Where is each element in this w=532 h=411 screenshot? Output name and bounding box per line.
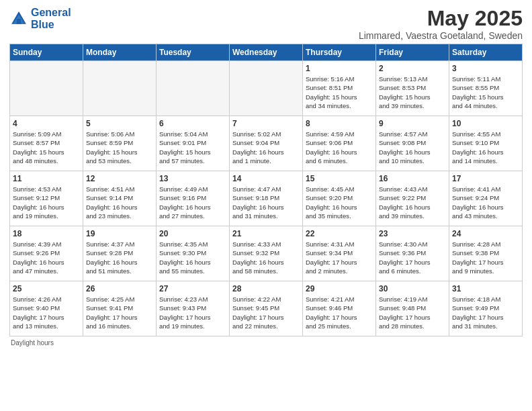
col-header-wednesday: Wednesday	[230, 44, 303, 61]
day-info: Sunrise: 4:22 AM Sunset: 9:45 PM Dayligh…	[232, 295, 300, 330]
day-info: Sunrise: 4:45 AM Sunset: 9:20 PM Dayligh…	[306, 185, 373, 220]
calendar-cell: 11Sunrise: 4:53 AM Sunset: 9:12 PM Dayli…	[10, 171, 83, 226]
day-number: 1	[306, 64, 373, 73]
calendar-cell: 17Sunrise: 4:41 AM Sunset: 9:24 PM Dayli…	[449, 171, 523, 226]
day-info: Sunrise: 4:26 AM Sunset: 9:40 PM Dayligh…	[13, 295, 80, 330]
day-number: 17	[452, 174, 519, 183]
day-number: 21	[232, 229, 300, 238]
day-info: Sunrise: 4:57 AM Sunset: 9:08 PM Dayligh…	[379, 130, 446, 165]
day-number: 28	[232, 284, 300, 293]
calendar-cell: 29Sunrise: 4:21 AM Sunset: 9:46 PM Dayli…	[303, 281, 376, 336]
calendar-cell: 3Sunrise: 5:11 AM Sunset: 8:55 PM Daylig…	[449, 61, 523, 116]
day-info: Sunrise: 4:19 AM Sunset: 9:48 PM Dayligh…	[379, 295, 446, 330]
calendar-cell: 26Sunrise: 4:25 AM Sunset: 9:41 PM Dayli…	[83, 281, 157, 336]
calendar-cell: 18Sunrise: 4:39 AM Sunset: 9:26 PM Dayli…	[10, 226, 83, 281]
calendar-cell: 19Sunrise: 4:37 AM Sunset: 9:28 PM Dayli…	[83, 226, 157, 281]
day-info: Sunrise: 5:09 AM Sunset: 8:57 PM Dayligh…	[13, 130, 80, 165]
day-number: 16	[379, 174, 446, 183]
day-info: Sunrise: 5:16 AM Sunset: 8:51 PM Dayligh…	[306, 75, 373, 110]
day-number: 20	[159, 229, 226, 238]
day-info: Sunrise: 4:30 AM Sunset: 9:36 PM Dayligh…	[379, 240, 446, 275]
day-number: 18	[13, 229, 80, 238]
day-number: 25	[13, 284, 80, 293]
col-header-sunday: Sunday	[10, 44, 83, 61]
calendar-cell: 7Sunrise: 5:02 AM Sunset: 9:04 PM Daylig…	[230, 116, 303, 171]
calendar-cell: 20Sunrise: 4:35 AM Sunset: 9:30 PM Dayli…	[157, 226, 230, 281]
calendar-week-3: 18Sunrise: 4:39 AM Sunset: 9:26 PM Dayli…	[10, 226, 523, 281]
day-info: Sunrise: 5:04 AM Sunset: 9:01 PM Dayligh…	[159, 130, 226, 165]
calendar-cell: 13Sunrise: 4:49 AM Sunset: 9:16 PM Dayli…	[157, 171, 230, 226]
logo-text: General Blue	[31, 7, 71, 30]
calendar-cell: 23Sunrise: 4:30 AM Sunset: 9:36 PM Dayli…	[376, 226, 449, 281]
day-number: 3	[452, 64, 519, 73]
calendar-cell: 2Sunrise: 5:13 AM Sunset: 8:53 PM Daylig…	[376, 61, 449, 116]
day-info: Sunrise: 4:21 AM Sunset: 9:46 PM Dayligh…	[306, 295, 373, 330]
day-number: 19	[86, 229, 153, 238]
day-info: Sunrise: 4:59 AM Sunset: 9:06 PM Dayligh…	[306, 130, 373, 165]
calendar-header: SundayMondayTuesdayWednesdayThursdayFrid…	[10, 44, 523, 61]
calendar-cell: 14Sunrise: 4:47 AM Sunset: 9:18 PM Dayli…	[230, 171, 303, 226]
header-row: SundayMondayTuesdayWednesdayThursdayFrid…	[10, 44, 523, 61]
calendar-cell: 24Sunrise: 4:28 AM Sunset: 9:38 PM Dayli…	[449, 226, 523, 281]
page-container: General Blue May 2025 Limmared, Vaestra …	[0, 0, 532, 353]
day-info: Sunrise: 5:06 AM Sunset: 8:59 PM Dayligh…	[86, 130, 153, 165]
calendar-week-1: 4Sunrise: 5:09 AM Sunset: 8:57 PM Daylig…	[10, 116, 523, 171]
calendar-cell: 12Sunrise: 4:51 AM Sunset: 9:14 PM Dayli…	[83, 171, 157, 226]
logo: General Blue	[9, 7, 71, 30]
calendar-cell: 10Sunrise: 4:55 AM Sunset: 9:10 PM Dayli…	[449, 116, 523, 171]
day-number: 31	[452, 284, 519, 293]
day-info: Sunrise: 4:37 AM Sunset: 9:28 PM Dayligh…	[86, 240, 153, 275]
day-info: Sunrise: 4:49 AM Sunset: 9:16 PM Dayligh…	[159, 185, 226, 220]
day-info: Sunrise: 4:43 AM Sunset: 9:22 PM Dayligh…	[379, 185, 446, 220]
day-number: 26	[86, 284, 153, 293]
day-info: Sunrise: 5:02 AM Sunset: 9:04 PM Dayligh…	[232, 130, 300, 165]
calendar-cell: 6Sunrise: 5:04 AM Sunset: 9:01 PM Daylig…	[157, 116, 230, 171]
day-number: 8	[306, 119, 373, 128]
col-header-friday: Friday	[376, 44, 449, 61]
calendar-subtitle: Limmared, Vaestra Goetaland, Sweden	[359, 30, 523, 41]
logo-icon	[9, 9, 28, 28]
day-number: 23	[379, 229, 446, 238]
calendar-week-0: 1Sunrise: 5:16 AM Sunset: 8:51 PM Daylig…	[10, 61, 523, 116]
calendar-cell: 25Sunrise: 4:26 AM Sunset: 9:40 PM Dayli…	[10, 281, 83, 336]
day-number: 30	[379, 284, 446, 293]
col-header-thursday: Thursday	[303, 44, 376, 61]
col-header-tuesday: Tuesday	[157, 44, 230, 61]
day-number: 12	[86, 174, 153, 183]
svg-rect-2	[17, 19, 21, 24]
day-number: 14	[232, 174, 300, 183]
day-info: Sunrise: 4:41 AM Sunset: 9:24 PM Dayligh…	[452, 185, 519, 220]
day-number: 4	[13, 119, 80, 128]
calendar-cell: 31Sunrise: 4:18 AM Sunset: 9:49 PM Dayli…	[449, 281, 523, 336]
day-number: 10	[452, 119, 519, 128]
calendar-body: 1Sunrise: 5:16 AM Sunset: 8:51 PM Daylig…	[10, 61, 523, 336]
day-number: 5	[86, 119, 153, 128]
calendar-cell	[230, 61, 303, 116]
day-number: 15	[306, 174, 373, 183]
day-info: Sunrise: 4:23 AM Sunset: 9:43 PM Dayligh…	[159, 295, 226, 330]
calendar-cell: 4Sunrise: 5:09 AM Sunset: 8:57 PM Daylig…	[10, 116, 83, 171]
day-info: Sunrise: 4:55 AM Sunset: 9:10 PM Dayligh…	[452, 130, 519, 165]
calendar-cell: 22Sunrise: 4:31 AM Sunset: 9:34 PM Dayli…	[303, 226, 376, 281]
day-info: Sunrise: 5:11 AM Sunset: 8:55 PM Dayligh…	[452, 75, 519, 110]
day-info: Sunrise: 4:18 AM Sunset: 9:49 PM Dayligh…	[452, 295, 519, 330]
col-header-monday: Monday	[83, 44, 157, 61]
calendar-table: SundayMondayTuesdayWednesdayThursdayFrid…	[9, 44, 523, 336]
day-info: Sunrise: 5:13 AM Sunset: 8:53 PM Dayligh…	[379, 75, 446, 110]
day-number: 11	[13, 174, 80, 183]
header: General Blue May 2025 Limmared, Vaestra …	[9, 7, 523, 41]
day-number: 2	[379, 64, 446, 73]
day-info: Sunrise: 4:25 AM Sunset: 9:41 PM Dayligh…	[86, 295, 153, 330]
calendar-footer: Daylight hours	[9, 339, 523, 347]
day-info: Sunrise: 4:28 AM Sunset: 9:38 PM Dayligh…	[452, 240, 519, 275]
day-info: Sunrise: 4:47 AM Sunset: 9:18 PM Dayligh…	[232, 185, 300, 220]
calendar-week-2: 11Sunrise: 4:53 AM Sunset: 9:12 PM Dayli…	[10, 171, 523, 226]
day-number: 29	[306, 284, 373, 293]
calendar-cell: 1Sunrise: 5:16 AM Sunset: 8:51 PM Daylig…	[303, 61, 376, 116]
day-info: Sunrise: 4:33 AM Sunset: 9:32 PM Dayligh…	[232, 240, 300, 275]
day-info: Sunrise: 4:51 AM Sunset: 9:14 PM Dayligh…	[86, 185, 153, 220]
calendar-cell	[10, 61, 83, 116]
calendar-cell: 8Sunrise: 4:59 AM Sunset: 9:06 PM Daylig…	[303, 116, 376, 171]
calendar-cell: 21Sunrise: 4:33 AM Sunset: 9:32 PM Dayli…	[230, 226, 303, 281]
day-number: 27	[159, 284, 226, 293]
